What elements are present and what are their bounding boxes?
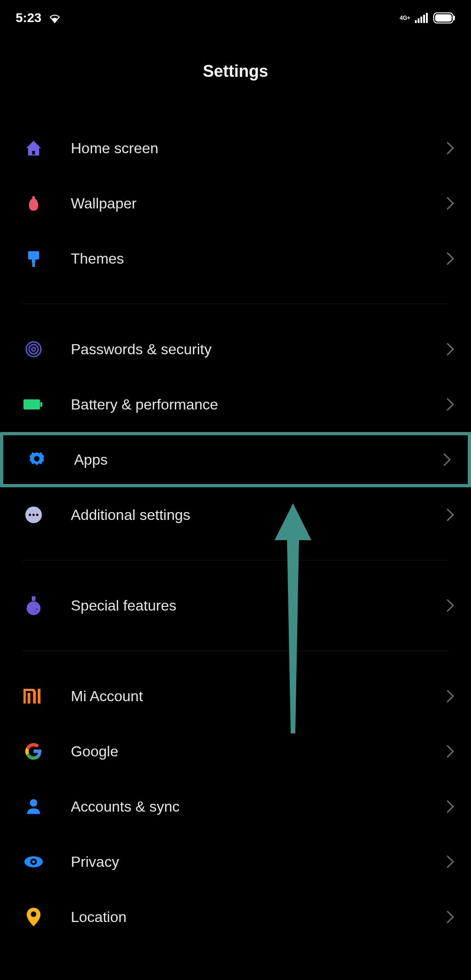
settings-row-label: Passwords & security [71,341,446,358]
divider [22,560,449,560]
settings-row-label: Location [71,909,446,926]
settings-row-label: Themes [71,250,446,267]
svg-rect-0 [415,20,417,23]
person-icon [22,795,45,818]
settings-row-special-features[interactable]: Special features [0,578,471,633]
network-type-label: 4G+ [400,15,410,21]
svg-point-27 [30,799,37,807]
clock: 5:23 [16,11,41,25]
gear-icon [25,448,48,471]
battery-icon [433,12,455,23]
svg-rect-23 [32,596,35,601]
home-icon [22,137,45,160]
svg-rect-1 [418,18,419,23]
flower-icon [22,192,45,215]
mi-logo-icon [22,685,45,708]
settings-row-label: Battery & performance [71,396,446,413]
svg-point-20 [29,514,31,516]
battery-icon [22,393,45,416]
svg-rect-6 [435,14,452,22]
chevron-right-icon [446,689,454,703]
settings-row-accounts-sync[interactable]: Accounts & sync [0,779,471,834]
settings-row-apps[interactable]: Apps [0,432,471,487]
chevron-right-icon [446,196,454,210]
status-left: 5:23 [16,11,62,25]
svg-rect-12 [32,262,35,267]
eye-icon [22,850,45,873]
status-bar: 5:23 4G+ [0,0,471,28]
settings-row-mi-account[interactable]: Mi Account [0,669,471,724]
chevron-right-icon [446,599,454,612]
settings-row-label: Home screen [71,140,446,157]
svg-point-30 [32,860,35,863]
chevron-right-icon [446,744,454,758]
svg-point-21 [33,514,35,516]
svg-rect-3 [423,15,425,23]
settings-row-label: Accounts & sync [71,798,446,815]
signal-icon [415,13,429,23]
chevron-right-icon [446,910,454,924]
location-pin-icon [22,905,45,928]
chevron-right-icon [446,398,454,411]
chevron-right-icon [446,800,454,813]
svg-point-18 [34,456,40,461]
svg-rect-7 [454,16,455,20]
page-title: Settings [0,62,471,81]
settings-list: Home screen Wallpaper Themes Passwords &… [0,121,471,945]
settings-row-label: Wallpaper [71,195,446,212]
svg-point-26 [34,611,36,612]
chevron-right-icon [443,453,451,467]
settings-row-themes[interactable]: Themes [0,231,471,286]
svg-point-9 [32,196,35,200]
svg-rect-16 [23,399,40,409]
chevron-right-icon [446,508,454,522]
settings-row-label: Mi Account [71,688,446,705]
status-right: 4G+ [400,12,455,23]
google-icon [22,740,45,763]
chevron-right-icon [446,855,454,869]
settings-row-label: Google [71,743,446,760]
settings-row-privacy[interactable]: Privacy [0,834,471,889]
svg-point-14 [29,345,38,354]
brush-icon [22,247,45,270]
svg-point-22 [36,514,39,516]
svg-rect-2 [420,17,422,23]
svg-rect-17 [40,402,42,407]
settings-row-passwords-security[interactable]: Passwords & security [0,322,471,377]
svg-rect-8 [32,151,35,155]
settings-row-additional-settings[interactable]: Additional settings [0,487,471,542]
divider [22,304,449,304]
chevron-right-icon [446,342,454,356]
settings-row-label: Apps [74,451,443,468]
settings-row-wallpaper[interactable]: Wallpaper [0,176,471,231]
wifi-icon [48,12,62,23]
dots-icon [22,503,45,526]
settings-row-home-screen[interactable]: Home screen [0,121,471,176]
svg-rect-10 [28,251,39,259]
divider [22,651,449,651]
flask-icon [22,594,45,617]
svg-point-31 [31,911,36,917]
svg-point-24 [27,601,40,615]
fingerprint-icon [22,338,45,361]
chevron-right-icon [446,141,454,155]
svg-rect-4 [426,13,428,23]
svg-point-25 [36,608,38,610]
settings-row-label: Special features [71,597,446,614]
settings-row-google[interactable]: Google [0,724,471,779]
svg-rect-11 [32,259,35,262]
settings-row-label: Additional settings [71,507,446,524]
settings-row-location[interactable]: Location [0,889,471,945]
chevron-right-icon [446,252,454,265]
svg-point-15 [32,347,35,351]
settings-row-label: Privacy [71,853,446,870]
settings-row-battery-performance[interactable]: Battery & performance [0,377,471,432]
